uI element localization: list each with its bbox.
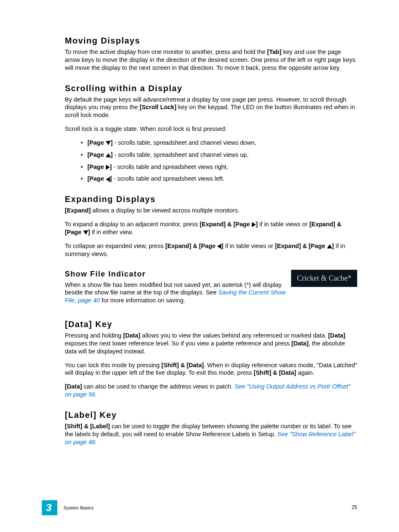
text: can also be used to change the address v…	[82, 383, 234, 390]
text: if in either view.	[90, 229, 133, 235]
key-scroll-lock: [Scroll Lock]	[140, 104, 176, 110]
chapter-title: System Basics	[64, 505, 94, 510]
text: - scrolls table, spreadsheet and channel…	[113, 139, 256, 146]
key-page-left: [Page ]	[87, 175, 112, 182]
text: You can lock this mode by pressing	[65, 362, 161, 368]
arrow-down-icon	[106, 141, 111, 145]
text: if in table views or	[258, 221, 309, 228]
heading-label-key: [Label] Key	[65, 410, 357, 420]
key-expand-page-left: [Expand] & [Page ]	[165, 243, 223, 249]
section-data-key: [Data] Key Pressing and holding [Data] a…	[65, 320, 357, 399]
text: if in table views or	[223, 243, 275, 249]
key-page-down: [Page ]	[87, 139, 113, 146]
key-expand: [Expand]	[65, 207, 91, 214]
scroll-list: [Page ] - scrolls table, spreadsheet and…	[65, 139, 357, 183]
chapter-badge: 3	[42, 500, 57, 515]
key-data: [Data]	[65, 383, 82, 390]
section-expanding: Expanding Displays [Expand] allows a dis…	[65, 194, 357, 258]
key-shift-label: [Shift] & [Label]	[65, 423, 110, 430]
paragraph: Scroll lock is a toggle state. When scro…	[65, 125, 357, 133]
key-data: [Data]	[123, 332, 140, 339]
heading-moving-displays: Moving Displays	[65, 36, 357, 46]
text: for more information on saving.	[100, 297, 185, 304]
paragraph: [Shift] & [Label] can be used to toggle …	[65, 422, 357, 446]
heading-data-key: [Data] Key	[65, 320, 357, 329]
paragraph: Pressing and holding [Data] allows you t…	[65, 332, 357, 356]
text: - scrolls table, spreadsheet and channel…	[113, 151, 248, 158]
text: To expand a display to an adjacent monit…	[65, 221, 200, 228]
heading-scrolling: Scrolling within a Display	[65, 84, 357, 93]
paragraph: [Data] can also be used to change the ad…	[65, 383, 357, 399]
key-expand-page-up: [Expand] & [Page ]	[275, 243, 334, 249]
arrow-right-icon	[106, 165, 110, 170]
paragraph: By default the page keys will advance/re…	[65, 96, 357, 120]
paragraph: You can lock this mode by pressing [Shif…	[65, 361, 357, 377]
arrow-left-icon	[217, 244, 221, 249]
text: Pressing and holding	[65, 332, 123, 339]
paragraph: To move the active display from one moni…	[65, 48, 357, 72]
list-item: [Page ] - scrolls table, spreadsheet and…	[87, 151, 357, 159]
key-page-right: [Page ]	[87, 164, 112, 170]
key-shift-data: [Shift] & [Data]	[254, 369, 297, 376]
page-number: 25	[352, 504, 357, 510]
section-label-key: [Label] Key [Shift] & [Label] can be use…	[65, 410, 357, 446]
text: To move the active display from one moni…	[65, 49, 267, 55]
key-expand-page-right: [Expand] & [Page ]	[200, 221, 258, 228]
arrow-up-icon	[327, 244, 332, 248]
key-shift-data: [Shift] & [Data]	[161, 362, 204, 368]
page-footer: 3 System Basics 25	[0, 500, 399, 515]
heading-expanding: Expanding Displays	[65, 194, 357, 204]
text: exposes the next lower reference level. …	[65, 340, 292, 347]
section-scrolling: Scrolling within a Display By default th…	[65, 84, 357, 183]
text: allows a display to be viewed across mul…	[91, 207, 239, 214]
arrow-right-icon	[252, 222, 256, 227]
section-moving-displays: Moving Displays To move the active displ…	[65, 36, 357, 72]
paragraph: To collapse an expanded view, press [Exp…	[65, 242, 357, 258]
arrow-up-icon	[106, 153, 111, 157]
list-item: [Page ] - scrolls table, spreadsheet and…	[87, 139, 357, 147]
list-item: [Page ] - scrolls table and spreadsheet …	[87, 163, 357, 171]
arrow-left-icon	[106, 177, 110, 182]
text: To collapse an expanded view, press	[65, 243, 165, 249]
text: allows you to view the values behind any…	[141, 332, 328, 339]
arrow-down-icon	[83, 230, 88, 235]
key-page-up: [Page ]	[87, 151, 113, 158]
key-data: [Data]	[328, 332, 345, 339]
text: - scrolls table and spreadsheet views le…	[112, 175, 224, 182]
text: - scrolls table and spreadsheet views ri…	[112, 164, 228, 170]
section-show-file-indicator: Cricket & Cache* Show File Indicator Whe…	[65, 270, 357, 311]
key-data: [Data]	[292, 340, 309, 347]
list-item: [Page ] - scrolls table and spreadsheet …	[87, 175, 357, 183]
paragraph: To expand a display to an adjacent monit…	[65, 220, 357, 236]
key-tab: [Tab]	[267, 49, 281, 55]
paragraph: [Expand] allows a display to be viewed a…	[65, 207, 357, 215]
text: again.	[296, 369, 315, 376]
show-file-indicator-badge: Cricket & Cache*	[291, 270, 357, 287]
